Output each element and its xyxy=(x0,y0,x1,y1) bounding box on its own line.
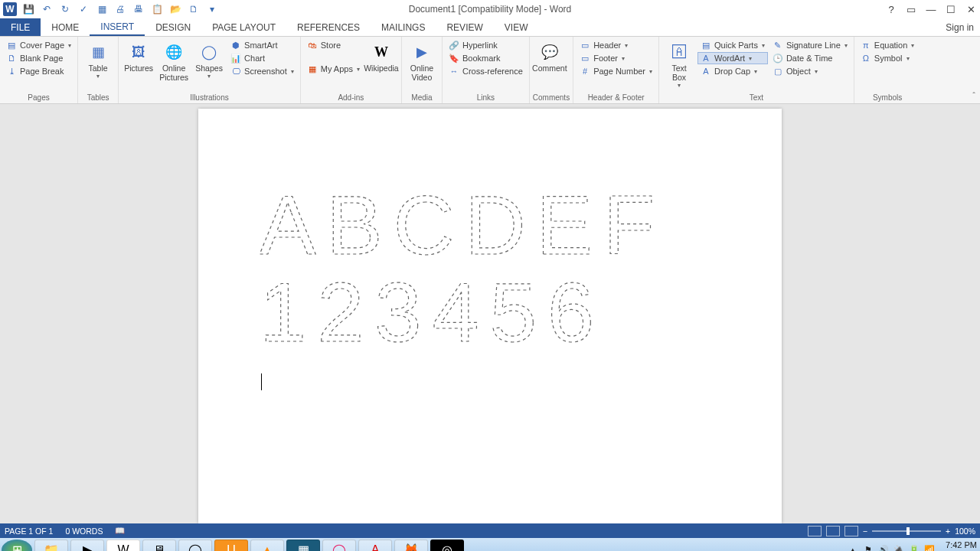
read-mode-button[interactable] xyxy=(808,526,822,536)
taskbar-app[interactable]: ▦ xyxy=(286,540,320,551)
quickparts-button[interactable]: ▤Quick Parts▾ xyxy=(697,39,768,51)
group-media: ▶Online Video Media xyxy=(402,37,443,103)
qat-icon[interactable]: 🖨 xyxy=(113,2,127,16)
redo-icon[interactable]: ↻ xyxy=(58,2,72,16)
tab-file[interactable]: FILE xyxy=(0,18,41,36)
myapps-button[interactable]: ▦My Apps▾ xyxy=(304,63,363,75)
status-page[interactable]: PAGE 1 OF 1 xyxy=(5,527,53,536)
equation-button[interactable]: πEquation▾ xyxy=(858,39,917,51)
crossref-button[interactable]: ↔Cross-reference xyxy=(446,65,526,77)
cover-page-button[interactable]: ▤Cover Page▾ xyxy=(3,39,74,51)
taskbar-media[interactable]: ▶ xyxy=(70,540,104,551)
taskbar-firefox[interactable]: 🦊 xyxy=(394,540,428,551)
shapes-button[interactable]: ◯Shapes▾ xyxy=(192,39,226,81)
help-icon[interactable]: ? xyxy=(882,0,900,18)
taskbar-camera[interactable]: ◎ xyxy=(430,540,464,551)
tab-insert[interactable]: INSERT xyxy=(90,18,145,36)
tray-flag-icon[interactable]: ⚑ xyxy=(863,545,874,552)
qat-icon[interactable]: 🖶 xyxy=(132,2,145,16)
spellcheck-icon[interactable]: 📖 xyxy=(115,526,125,536)
maximize-icon[interactable]: ☐ xyxy=(942,0,960,18)
video-icon: ▶ xyxy=(410,41,433,64)
tab-view[interactable]: VIEW xyxy=(494,18,539,36)
bookmark-button[interactable]: 🔖Bookmark xyxy=(446,52,526,64)
group-text: 🄰Text Box▾ ▤Quick Parts▾ AWordArt▾ ADrop… xyxy=(659,37,854,103)
undo-icon[interactable]: ↶ xyxy=(40,2,54,16)
chart-button[interactable]: 📊Chart xyxy=(227,52,297,64)
tray-volume-icon[interactable]: 🔊 xyxy=(878,545,889,552)
print-layout-button[interactable] xyxy=(826,526,840,536)
chart-icon: 📊 xyxy=(230,53,241,64)
qat-icon[interactable]: 📋 xyxy=(150,2,164,16)
taskbar-explorer[interactable]: 📁 xyxy=(34,540,68,551)
table-button[interactable]: ▦Table▾ xyxy=(81,39,115,81)
tray-network-icon[interactable]: 📶 xyxy=(924,545,935,552)
open-icon[interactable]: 📂 xyxy=(168,2,182,16)
save-icon[interactable]: 💾 xyxy=(21,2,35,16)
tray-clock[interactable]: 7:42 PM 5/24/2018 xyxy=(939,540,977,551)
wikipedia-button[interactable]: WWikipedia xyxy=(364,39,398,74)
dropcap-button[interactable]: ADrop Cap▾ xyxy=(697,65,768,77)
comment-icon: 💬 xyxy=(538,41,561,64)
blank-page-button[interactable]: 🗋Blank Page xyxy=(3,52,74,64)
symbol-button[interactable]: ΩSymbol▾ xyxy=(858,52,917,64)
textbox-button[interactable]: 🄰Text Box▾ xyxy=(662,39,696,90)
group-symbols: πEquation▾ ΩSymbol▾ Symbols xyxy=(854,37,920,103)
page-number-button[interactable]: #Page Number▾ xyxy=(577,65,655,77)
tab-page-layout[interactable]: PAGE LAYOUT xyxy=(201,18,286,36)
zoom-in-button[interactable]: + xyxy=(946,527,950,536)
zoom-out-button[interactable]: − xyxy=(863,527,867,536)
taskbar-vlc[interactable]: ▲ xyxy=(250,540,284,551)
document-page[interactable]: ABCDEF 123456 xyxy=(198,109,782,523)
wordart-button[interactable]: AWordArt▾ xyxy=(697,52,768,64)
hyperlink-button[interactable]: 🔗Hyperlink xyxy=(446,39,526,51)
store-button[interactable]: 🛍Store xyxy=(304,39,363,51)
taskbar-uc[interactable]: U xyxy=(214,540,248,551)
tray-up-icon[interactable]: ▴ xyxy=(848,545,858,552)
dropcap-icon: A xyxy=(701,66,711,77)
taskbar-app[interactable]: 🖥 xyxy=(142,540,176,551)
link-icon: 🔗 xyxy=(449,40,459,51)
header-icon: ▭ xyxy=(580,40,590,51)
tab-references[interactable]: REFERENCES xyxy=(286,18,371,36)
taskbar-opera[interactable]: ◯ xyxy=(322,540,356,551)
group-label: Text xyxy=(662,93,851,103)
header-button[interactable]: ▭Header▾ xyxy=(577,39,655,51)
collapse-ribbon-icon[interactable]: ˆ xyxy=(972,91,975,100)
comment-button[interactable]: 💬Comment xyxy=(533,39,567,74)
minimize-icon[interactable]: — xyxy=(922,0,940,18)
break-icon: ⤓ xyxy=(6,66,17,77)
online-video-button[interactable]: ▶Online Video xyxy=(405,39,439,83)
tab-mailings[interactable]: MAILINGS xyxy=(371,18,436,36)
taskbar-adobe[interactable]: A xyxy=(358,540,392,551)
signature-line-button[interactable]: ✎Signature Line▾ xyxy=(769,39,851,51)
footer-button[interactable]: ▭Footer▾ xyxy=(577,52,655,64)
tab-review[interactable]: REVIEW xyxy=(436,18,493,36)
tab-design[interactable]: DESIGN xyxy=(145,18,201,36)
page-break-button[interactable]: ⤓Page Break xyxy=(3,65,74,77)
smartart-button[interactable]: ⬢SmartArt xyxy=(227,39,297,51)
qat-icon[interactable]: ✓ xyxy=(77,2,90,16)
qat-icon[interactable]: ▦ xyxy=(95,2,109,16)
screenshot-button[interactable]: 🖵Screenshot▾ xyxy=(227,65,297,77)
status-words[interactable]: 0 WORDS xyxy=(65,527,103,536)
start-button[interactable]: ⊞ xyxy=(2,540,32,551)
qat-more-icon[interactable]: ▾ xyxy=(205,2,219,16)
taskbar-chrome[interactable]: ◯ xyxy=(178,540,212,551)
object-button[interactable]: ▢Object▾ xyxy=(769,65,851,77)
zoom-slider[interactable] xyxy=(872,530,941,532)
tray-safe-remove-icon[interactable]: 🔌 xyxy=(893,545,904,552)
ribbon-options-icon[interactable]: ▭ xyxy=(902,0,920,18)
close-icon[interactable]: ✕ xyxy=(962,0,980,18)
equation-icon: π xyxy=(861,40,871,51)
new-icon[interactable]: 🗋 xyxy=(187,2,201,16)
tray-battery-icon[interactable]: 🔋 xyxy=(909,545,920,552)
sign-in-link[interactable]: Sign in xyxy=(946,18,974,36)
taskbar-word[interactable]: W xyxy=(106,540,140,551)
web-layout-button[interactable] xyxy=(844,526,858,536)
pictures-button[interactable]: 🖼Pictures xyxy=(122,39,155,74)
online-pictures-button[interactable]: 🌐Online Pictures xyxy=(157,39,191,83)
datetime-button[interactable]: 🕒Date & Time xyxy=(769,52,851,64)
zoom-level[interactable]: 100% xyxy=(955,527,975,536)
tab-home[interactable]: HOME xyxy=(41,18,90,36)
